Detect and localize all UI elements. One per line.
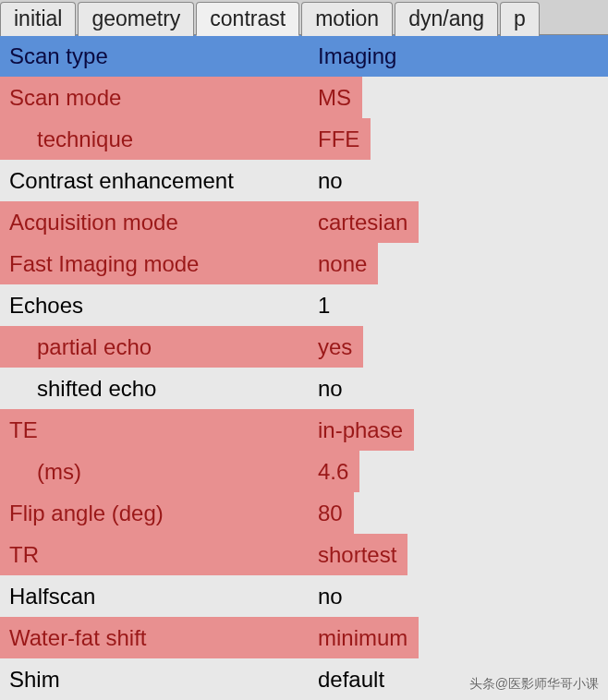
row-contrast-enhancement[interactable]: Contrast enhancement no [0, 160, 608, 201]
label-halfscan: Halfscan [0, 575, 314, 617]
value-acquisition-mode[interactable]: cartesian [314, 201, 419, 243]
value-water-fat-shift[interactable]: minimum [314, 617, 419, 658]
value-scan-mode[interactable]: MS [314, 77, 362, 118]
value-te[interactable]: in-phase [314, 409, 414, 451]
row-te[interactable]: TE in-phase [0, 409, 608, 451]
label-fast-imaging-mode: Fast Imaging mode [0, 243, 314, 284]
label-shifted-echo: shifted echo [0, 368, 314, 409]
row-tr[interactable]: TR shortest [0, 534, 608, 575]
tab-p[interactable]: p [500, 2, 540, 36]
label-acquisition-mode: Acquisition mode [0, 201, 314, 243]
tab-initial[interactable]: initial [0, 2, 76, 36]
label-echoes: Echoes [0, 284, 314, 326]
label-scan-mode: Scan mode [0, 77, 314, 118]
value-scan-type[interactable]: Imaging [314, 35, 407, 77]
value-contrast-enhancement[interactable]: no [314, 160, 354, 201]
tab-motion[interactable]: motion [301, 2, 393, 36]
row-scan-type[interactable]: Scan type Imaging [0, 35, 608, 77]
value-fast-imaging-mode[interactable]: none [314, 243, 378, 284]
value-technique[interactable]: FFE [314, 118, 371, 160]
label-shim: Shim [0, 658, 314, 700]
label-te-ms: (ms) [0, 451, 314, 492]
row-te-ms[interactable]: (ms) 4.6 [0, 451, 608, 492]
label-flip-angle: Flip angle (deg) [0, 492, 314, 534]
label-water-fat-shift: Water-fat shift [0, 617, 314, 658]
watermark: 头条@医影师华哥小课 [469, 676, 599, 693]
value-tr[interactable]: shortest [314, 534, 407, 575]
row-partial-echo[interactable]: partial echo yes [0, 326, 608, 368]
row-fast-imaging-mode[interactable]: Fast Imaging mode none [0, 243, 608, 284]
row-technique[interactable]: technique FFE [0, 118, 608, 160]
value-te-ms[interactable]: 4.6 [314, 451, 359, 492]
label-te: TE [0, 409, 314, 451]
tab-bar: initial geometry contrast motion dyn/ang… [0, 0, 608, 35]
value-echoes[interactable]: 1 [314, 284, 341, 326]
value-shim[interactable]: default [314, 658, 395, 700]
tab-geometry[interactable]: geometry [78, 2, 194, 36]
row-shifted-echo[interactable]: shifted echo no [0, 368, 608, 409]
row-echoes[interactable]: Echoes 1 [0, 284, 608, 326]
row-halfscan[interactable]: Halfscan no [0, 575, 608, 617]
label-technique: technique [0, 118, 314, 160]
row-flip-angle[interactable]: Flip angle (deg) 80 [0, 492, 608, 534]
tab-dyn-ang[interactable]: dyn/ang [395, 2, 498, 36]
value-shifted-echo[interactable]: no [314, 368, 354, 409]
value-flip-angle[interactable]: 80 [314, 492, 354, 534]
value-halfscan[interactable]: no [314, 575, 354, 617]
row-scan-mode[interactable]: Scan mode MS [0, 77, 608, 118]
label-scan-type: Scan type [0, 35, 314, 77]
parameter-table: Scan type Imaging Scan mode MS technique… [0, 35, 608, 700]
label-partial-echo: partial echo [0, 326, 314, 368]
label-tr: TR [0, 534, 314, 575]
row-acquisition-mode[interactable]: Acquisition mode cartesian [0, 201, 608, 243]
label-contrast-enhancement: Contrast enhancement [0, 160, 314, 201]
value-partial-echo[interactable]: yes [314, 326, 363, 368]
row-water-fat-shift[interactable]: Water-fat shift minimum [0, 617, 608, 658]
tab-contrast[interactable]: contrast [196, 2, 299, 36]
